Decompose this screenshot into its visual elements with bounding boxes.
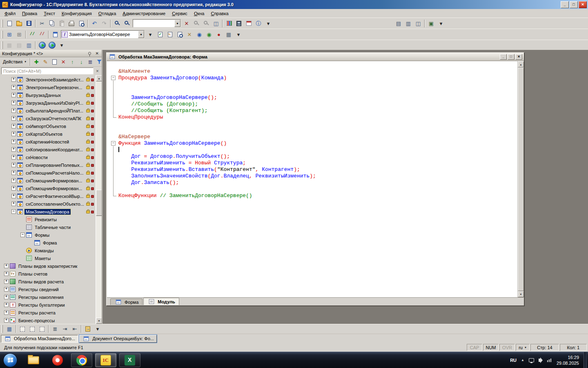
- sort-icon[interactable]: ≣: [86, 58, 95, 66]
- display-icon[interactable]: [529, 358, 534, 362]
- scroll-up-icon[interactable]: ▲: [518, 61, 524, 67]
- debug-options-icon[interactable]: ▾: [57, 40, 67, 49]
- indent-decrease-icon[interactable]: ⇤: [70, 325, 80, 334]
- tree-item[interactable]: +схПланированиеПолевых...: [0, 161, 102, 169]
- procedures-list-icon[interactable]: ▾: [145, 30, 155, 39]
- breakpoint-icon[interactable]: ●: [214, 30, 224, 39]
- maximize-button[interactable]: □: [570, 1, 578, 8]
- tree-item[interactable]: +схКопированиеКоординат...: [0, 146, 102, 153]
- editor-title-bar[interactable]: Обработка МакЗаменаДоговора: Форма _□✕: [107, 53, 524, 61]
- toolbar-options-icon[interactable]: ▾: [263, 19, 273, 28]
- expand-icon[interactable]: +: [4, 264, 9, 268]
- code-line[interactable]: [109, 147, 517, 153]
- prev-procedure-icon[interactable]: ◉: [194, 30, 204, 39]
- toolbar-grip[interactable]: [2, 20, 3, 27]
- tree-item[interactable]: +схПомощникФормирован...: [0, 184, 102, 192]
- tree-item[interactable]: −Формы: [0, 231, 102, 239]
- toolbar-grip[interactable]: [2, 41, 3, 49]
- move-up-icon[interactable]: ↑: [68, 58, 77, 66]
- scroll-down-icon[interactable]: ▼: [96, 318, 102, 324]
- copy-item-icon[interactable]: [50, 58, 59, 66]
- form-grid-icon[interactable]: ▦: [4, 40, 14, 49]
- scroll-down-icon[interactable]: ▼: [518, 291, 524, 297]
- editor-scrollbar[interactable]: ▲ ▼: [517, 61, 523, 297]
- tree-item[interactable]: +схКартинкиНовостей: [0, 138, 102, 146]
- menu-item-administration[interactable]: Администрирование: [119, 10, 169, 17]
- tab-module[interactable]: Модуль: [143, 298, 179, 305]
- tree-item[interactable]: +Бизнес-процессы: [0, 316, 102, 324]
- search-clear-icon[interactable]: ✕: [94, 68, 100, 74]
- template-icon-1[interactable]: [18, 325, 27, 334]
- tree-item[interactable]: +схПомощникРасчетаНало...: [0, 169, 102, 177]
- explorer-app[interactable]: [23, 353, 44, 367]
- form-table-icon[interactable]: ▥: [24, 40, 34, 49]
- pin-icon[interactable]: [88, 52, 91, 55]
- tree-item[interactable]: +Регистры бухгалтерии: [0, 301, 102, 309]
- expand-icon[interactable]: +: [11, 116, 16, 121]
- merge-config-icon[interactable]: ◫: [413, 19, 423, 28]
- menu-item-file[interactable]: Файл: [1, 10, 19, 17]
- code-line[interactable]: &НаСервере: [109, 134, 517, 140]
- scroll-up-icon[interactable]: ▲: [96, 75, 102, 81]
- redo-icon[interactable]: ↷: [99, 19, 109, 28]
- tree-item[interactable]: +Регистры накопления: [0, 293, 102, 301]
- calendar-icon[interactable]: [244, 19, 254, 28]
- code-line[interactable]: −Процедура ЗаменитьДоговор(Команда): [109, 75, 517, 81]
- expand-icon[interactable]: +: [11, 139, 16, 144]
- expand-icon[interactable]: +: [11, 132, 16, 136]
- tree-item[interactable]: +схВыплатаАрендноЙПлат...: [0, 107, 102, 114]
- cut-icon[interactable]: ✂: [37, 19, 47, 28]
- start-button[interactable]: [3, 353, 17, 367]
- quick-search-combo[interactable]: ▼: [133, 19, 181, 27]
- menu-item-edit[interactable]: Правка: [19, 10, 40, 17]
- actions-menu-button[interactable]: Действия ▼: [1, 58, 29, 66]
- search-input[interactable]: Поиск (Ctrl+Alt+М): [1, 67, 94, 74]
- save-copy-icon[interactable]: ▤: [394, 19, 403, 28]
- undo-icon[interactable]: ↶: [89, 19, 99, 28]
- toolbar-grip[interactable]: [2, 325, 3, 333]
- code-line[interactable]: [109, 127, 517, 134]
- fold-collapse-icon[interactable]: −: [111, 141, 116, 146]
- code-line[interactable]: РеквизитыИзменить.Вставить("Контрагент",…: [109, 166, 517, 173]
- clear-search-icon[interactable]: ✕: [182, 19, 192, 28]
- panel-close-icon[interactable]: ✕: [95, 51, 100, 56]
- find-prev-icon[interactable]: [201, 19, 211, 28]
- tree-scrollbar[interactable]: ▲ ▼: [96, 75, 102, 324]
- code-line[interactable]: КонецФункции // ЗаменитьДоговорНаСервере…: [109, 193, 517, 199]
- delete-item-icon[interactable]: ✕: [59, 58, 68, 66]
- expand-icon[interactable]: +: [11, 178, 16, 183]
- open-configuration-icon[interactable]: ⊞: [4, 30, 14, 39]
- service-windows-icon[interactable]: ▣: [426, 19, 436, 28]
- exit-config-icon[interactable]: [83, 325, 93, 334]
- tree-item[interactable]: +ЭлектронноеВзаимодейст...: [0, 76, 102, 83]
- template-icon-3[interactable]: [37, 325, 47, 334]
- expand-icon[interactable]: +: [11, 186, 16, 191]
- combo-dropdown-icon[interactable]: ▼: [138, 31, 144, 38]
- code-line[interactable]: [109, 62, 517, 68]
- tray-language[interactable]: RU: [510, 358, 517, 363]
- code-line[interactable]: &НаКлиенте: [109, 68, 517, 75]
- form-align-icon[interactable]: ▤: [14, 40, 24, 49]
- code-line[interactable]: [109, 121, 517, 127]
- toolbar-options-icon-3[interactable]: ▾: [234, 30, 243, 39]
- toolbar-grip[interactable]: [2, 31, 3, 38]
- taskbar-clock[interactable]: 16:29 29.08.2025: [557, 355, 579, 366]
- expand-icon[interactable]: +: [11, 171, 16, 175]
- tree-item[interactable]: Команды: [0, 247, 102, 254]
- add-comment-icon[interactable]: //: [27, 30, 37, 39]
- scrollbar-thumb[interactable]: [96, 190, 102, 216]
- tree-item[interactable]: +ВыгрузкаДанных: [0, 91, 102, 99]
- list-settings-icon[interactable]: ≣: [50, 325, 60, 334]
- tree-item[interactable]: +Планы видов характеристик: [0, 262, 102, 270]
- template-icon-2[interactable]: [27, 325, 37, 334]
- show-desktop-button[interactable]: [584, 352, 587, 368]
- child-minimize-button[interactable]: _: [500, 54, 507, 60]
- syntax-check-icon[interactable]: [155, 30, 165, 39]
- expand-icon[interactable]: +: [4, 272, 9, 276]
- menu-item-debug[interactable]: Отладка: [95, 10, 120, 17]
- code-line[interactable]: −Функция ЗаменитьДоговорНаСервере(): [109, 140, 517, 147]
- scoreboard-icon[interactable]: [224, 19, 234, 28]
- tray-expand-icon[interactable]: ▲: [521, 358, 524, 362]
- tree-item[interactable]: +схЗагрузкаОтчетностиАПК: [0, 114, 102, 122]
- remove-comment-icon[interactable]: //: [37, 30, 47, 39]
